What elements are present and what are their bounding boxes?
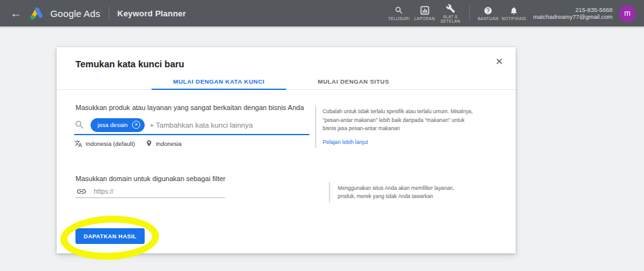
chip-remove-icon[interactable]: × [132, 121, 140, 129]
account-phone: 215-835-5668 [533, 6, 613, 13]
domain-input-underline [75, 197, 225, 198]
close-icon[interactable]: ✕ [495, 56, 503, 67]
nav-notifications-label: NOTIFIKASI [502, 16, 526, 21]
nav-search[interactable]: TELUSURI [386, 6, 412, 21]
nav-reports-label: LAPORAN [414, 16, 435, 21]
app-name: Google Ads [50, 8, 101, 19]
domain-input[interactable] [94, 187, 188, 195]
nav-tools-settings-label: ALAT & SETELAN [438, 14, 464, 23]
keywords-section-label: Masukkan produk atau layanan yang sangat… [75, 104, 304, 111]
targeting-row[interactable]: Indonesia (default) Indonesia [74, 138, 182, 148]
language-icon [74, 140, 82, 148]
app-header: ← Google Ads Keyword Planner TELUSURI LA… [0, 0, 644, 26]
link-icon [76, 186, 87, 197]
search-icon [74, 119, 85, 130]
account-info: 215-835-5668 matchadreamy77@gmail.com [533, 6, 613, 20]
nav-notifications[interactable]: NOTIFIKASI [501, 6, 527, 21]
google-ads-logo-icon[interactable] [30, 6, 45, 20]
keywords-hint-text: Cobalah untuk tidak terlalu spesifik ata… [323, 108, 474, 133]
location-pin-icon [145, 140, 153, 147]
language-value: Indonesia (default) [86, 140, 135, 147]
dialog-title: Temukan kata kunci baru [75, 59, 184, 69]
location-value: Indonesia [156, 140, 182, 147]
learn-more-link[interactable]: Pelajari lebih lanjut [323, 138, 368, 147]
app-header-left: ← Google Ads Keyword Planner [0, 6, 186, 20]
get-results-button[interactable]: DAPATKAN HASIL [75, 228, 145, 244]
avatar[interactable]: m [619, 5, 636, 22]
nav-reports[interactable]: LAPORAN [412, 6, 438, 21]
dialog-tabs: MULAI DENGAN KATA KUNCI MULAI DENGAN SIT… [57, 74, 516, 90]
account-email: matchadreamy77@gmail.com [533, 13, 613, 20]
keyword-chip-label: jasa desain [97, 121, 128, 128]
keywords-input-row[interactable]: jasa desain × [74, 116, 294, 133]
nav-help[interactable]: BANTUAN [475, 6, 501, 21]
search-icon [394, 6, 404, 15]
nav-help-label: BANTUAN [478, 16, 499, 21]
app-header-right: TELUSURI LAPORAN ALAT & SETELAN BANTUAN … [386, 4, 644, 23]
keywords-hint: Cobalah untuk tidak terlalu spesifik ata… [315, 106, 474, 148]
keyword-input-underline [74, 134, 309, 135]
bell-icon [509, 6, 518, 15]
reports-icon [420, 6, 430, 15]
header-divider [109, 6, 109, 20]
tab-start-with-site[interactable]: MULAI DENGAN SITUS [286, 74, 421, 89]
nav-tools-settings[interactable]: ALAT & SETELAN [438, 4, 464, 23]
domain-hint: Menggunakan situs Anda akan memfilter la… [329, 182, 469, 202]
header-divider [469, 6, 470, 21]
domain-input-row[interactable] [76, 184, 188, 198]
help-icon [484, 6, 492, 15]
domain-section-label: Masukkan domain untuk digunakan sebagai … [75, 175, 225, 182]
find-new-keywords-dialog: Temukan kata kunci baru ✕ MULAI DENGAN K… [57, 47, 516, 253]
keyword-chip[interactable]: jasa desain × [91, 118, 145, 132]
tab-start-with-keywords[interactable]: MULAI DENGAN KATA KUNCI [152, 74, 286, 89]
keyword-input[interactable] [150, 121, 294, 129]
page-title: Keyword Planner [118, 9, 186, 18]
nav-search-label: TELUSURI [388, 16, 409, 21]
wrench-icon [446, 4, 455, 13]
back-arrow-icon[interactable]: ← [10, 8, 21, 19]
